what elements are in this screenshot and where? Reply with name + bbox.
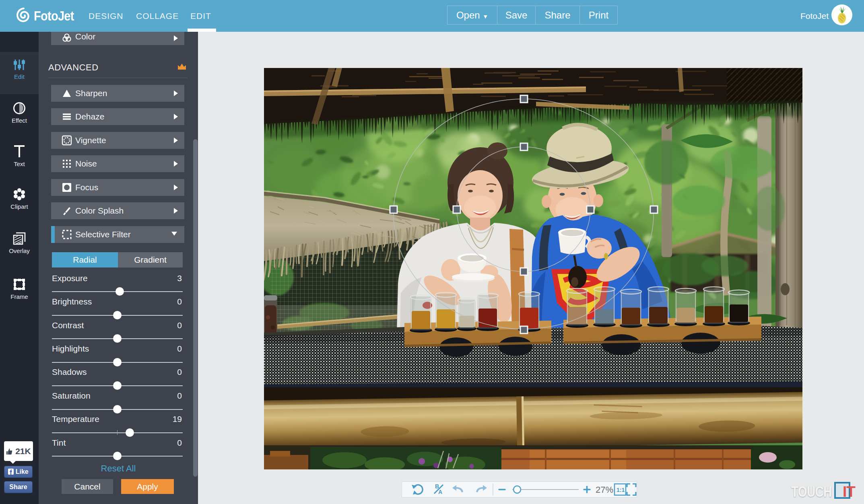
svg-text:1:1: 1:1	[617, 487, 625, 493]
svg-text:27%: 27%	[596, 485, 613, 495]
